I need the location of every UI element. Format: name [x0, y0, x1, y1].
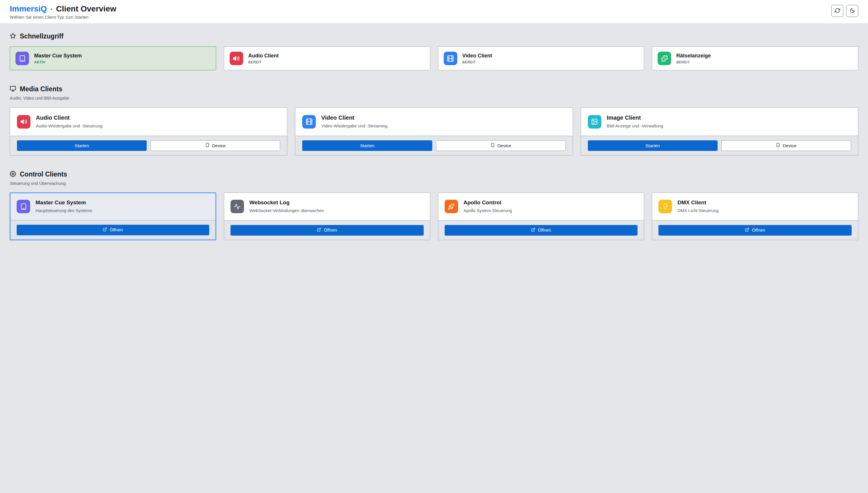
control-card-title: DMX Client	[677, 199, 718, 206]
tablet-icon	[17, 200, 30, 213]
lightbulb-icon	[658, 200, 672, 213]
rocket-icon	[445, 200, 458, 213]
speaker-icon	[230, 52, 243, 65]
media-card-audio: Audio Client Audio-Wiedergabe und -Steue…	[10, 107, 287, 155]
media-clients-title: Media Clients	[20, 85, 62, 93]
control-card-text: DMX Client DMX Licht-Steuerung	[677, 199, 718, 214]
media-card-text: Audio Client Audio-Wiedergabe und -Steue…	[36, 114, 103, 129]
refresh-button[interactable]	[831, 5, 843, 17]
media-card-title: Image Client	[607, 114, 663, 121]
control-card-subtitle: Hauptsteuerung des Systems	[36, 208, 92, 214]
control-clients-subtitle: Steuerung und Überwachung	[10, 181, 858, 186]
quick-card-title: Rätselanzeige	[676, 53, 711, 59]
section-control-clients: Control Clients Steuerung und Überwachun…	[10, 170, 858, 240]
control-card-subtitle: WebSocket-Verbindungen überwachen	[250, 208, 324, 214]
open-button-label: Öffnen	[752, 228, 765, 233]
control-card-apollo: Apollo Control Apollo System Steuerung Ö…	[438, 193, 644, 240]
start-button-label: Starten	[645, 143, 660, 148]
film-icon	[302, 115, 316, 129]
control-clients-grid: Master Cue System Hauptsteuerung des Sys…	[10, 193, 858, 240]
status-badge: BEREIT	[462, 60, 492, 64]
puzzle-icon	[658, 52, 671, 65]
quick-card-text: Video Client BEREIT	[462, 53, 492, 64]
page-title: Client Overview	[56, 4, 116, 14]
external-link-icon	[103, 227, 107, 233]
refresh-icon	[835, 8, 840, 14]
external-link-icon	[317, 228, 321, 233]
control-card-text: Master Cue System Hauptsteuerung des Sys…	[36, 199, 92, 214]
media-card-image: Image Client Bild-Anzeige und -Verwaltun…	[581, 107, 858, 155]
brand-logo: ImmersiQ	[10, 4, 47, 14]
external-link-icon	[531, 228, 535, 233]
control-clients-title: Control Clients	[20, 170, 67, 178]
device-button-label: Device	[497, 143, 511, 148]
open-button[interactable]: Öffnen	[445, 225, 638, 236]
media-clients-subtitle: Audio, Video und Bild-Ausgabe	[10, 95, 858, 101]
section-quick-access: Schnellzugriff Master Cue System AKTIV A…	[10, 33, 858, 70]
quick-card-audio[interactable]: Audio Client BEREIT	[224, 46, 430, 70]
smartphone-icon	[776, 143, 780, 148]
open-button[interactable]: Öffnen	[658, 225, 852, 236]
activity-icon	[231, 200, 244, 213]
media-card-text: Video Client Video-Wiedergabe und -Strea…	[321, 114, 387, 129]
quick-card-title: Video Client	[462, 53, 492, 59]
open-button-label: Öffnen	[110, 227, 123, 232]
tablet-icon	[16, 52, 29, 65]
smartphone-icon	[205, 143, 210, 148]
status-badge: BEREIT	[248, 60, 279, 64]
start-button-label: Starten	[360, 143, 374, 148]
quick-card-title: Audio Client	[248, 53, 279, 59]
dark-mode-button[interactable]	[846, 5, 858, 17]
start-button-label: Starten	[75, 143, 89, 148]
status-badge: AKTIV	[34, 60, 82, 64]
control-card-subtitle: DMX Licht-Steuerung	[677, 208, 718, 214]
external-link-icon	[745, 228, 749, 233]
control-card-dmx: DMX Client DMX Licht-Steuerung Öffnen	[652, 193, 858, 240]
media-card-subtitle: Bild-Anzeige und -Verwaltung	[607, 123, 663, 129]
section-media-clients: Media Clients Audio, Video und Bild-Ausg…	[10, 85, 858, 155]
quick-card-text: Rätselanzeige BEREIT	[676, 53, 711, 64]
speaker-icon	[17, 115, 30, 129]
page-subtitle: Wählen Sie einen Client-Typ zum Starten	[10, 15, 116, 20]
control-card-text: Apollo Control Apollo System Steuerung	[464, 199, 512, 214]
media-clients-grid: Audio Client Audio-Wiedergabe und -Steue…	[10, 107, 858, 155]
star-icon	[10, 33, 16, 40]
device-button-label: Device	[783, 143, 796, 148]
control-card-title: Apollo Control	[464, 199, 512, 206]
media-card-video: Video Client Video-Wiedergabe und -Strea…	[295, 107, 573, 155]
control-card-title: Master Cue System	[36, 199, 92, 206]
start-button[interactable]: Starten	[302, 140, 432, 151]
device-button[interactable]: Device	[436, 140, 566, 151]
start-button[interactable]: Starten	[588, 140, 718, 151]
open-button[interactable]: Öffnen	[17, 225, 209, 235]
device-button[interactable]: Device	[150, 140, 280, 151]
quick-card-master-cue[interactable]: Master Cue System AKTIV	[10, 46, 216, 70]
open-button-label: Öffnen	[324, 228, 337, 233]
media-card-subtitle: Video-Wiedergabe und -Streaming	[321, 123, 387, 129]
quick-access-title: Schnellzugriff	[20, 33, 63, 40]
media-card-title: Audio Client	[36, 114, 103, 121]
open-button[interactable]: Öffnen	[231, 225, 424, 236]
media-card-subtitle: Audio-Wiedergabe und -Steuerung	[36, 123, 103, 129]
header-actions	[831, 4, 858, 17]
quick-card-text: Audio Client BEREIT	[248, 53, 279, 64]
media-card-text: Image Client Bild-Anzeige und -Verwaltun…	[607, 114, 663, 129]
control-card-subtitle: Apollo System Steuerung	[464, 208, 512, 214]
quick-card-text: Master Cue System AKTIV	[34, 53, 82, 64]
image-icon	[588, 115, 601, 129]
start-button[interactable]: Starten	[17, 140, 147, 151]
media-card-title: Video Client	[321, 114, 387, 121]
moon-icon	[850, 8, 855, 14]
control-card-master-cue: Master Cue System Hauptsteuerung des Sys…	[10, 193, 216, 240]
app-header: ImmersiQ · Client Overview Wählen Sie ei…	[0, 0, 868, 23]
header-titles: ImmersiQ · Client Overview Wählen Sie ei…	[10, 4, 116, 20]
open-button-label: Öffnen	[538, 228, 551, 233]
quick-card-video[interactable]: Video Client BEREIT	[438, 46, 644, 70]
monitor-icon	[10, 86, 16, 93]
control-card-title: Websocket Log	[250, 199, 324, 206]
control-card-websocket-log: Websocket Log WebSocket-Verbindungen übe…	[224, 193, 430, 240]
gear-icon	[10, 171, 16, 178]
quick-card-title: Master Cue System	[34, 53, 82, 59]
quick-card-raetselanzeige[interactable]: Rätselanzeige BEREIT	[652, 46, 858, 70]
device-button[interactable]: Device	[721, 140, 851, 151]
